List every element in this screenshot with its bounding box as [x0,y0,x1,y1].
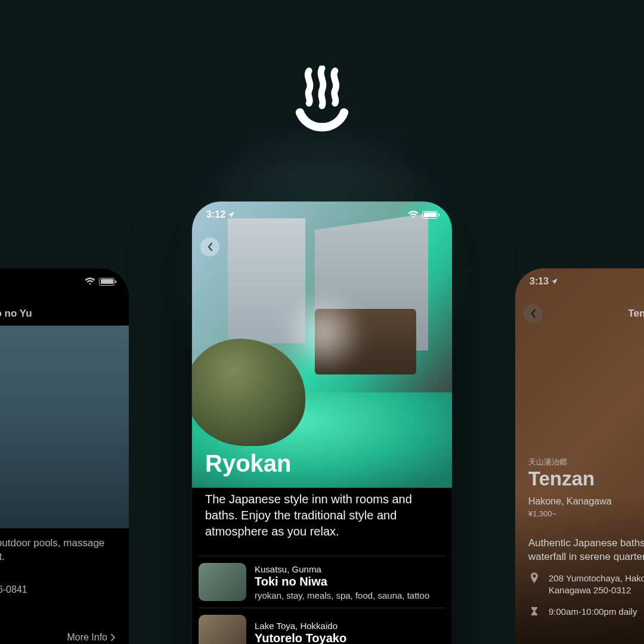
place-name-jp: 天山湯治郷 [528,457,567,467]
onsen-logo-icon [289,66,355,137]
listing-list: Kusatsu, Gunma Toki no Niwa ryokan, stay… [199,556,445,644]
place-name: Tenzan [528,467,595,490]
more-info-link[interactable]: More Info [67,632,116,643]
nav-bar: Tenzan [515,301,644,327]
wifi-icon [85,277,95,286]
battery-icon [99,278,114,286]
list-item-thumb [199,563,246,601]
location-icon [551,278,558,285]
status-bar [0,268,129,295]
list-item[interactable]: Kusatsu, Gunma Toki no Niwa ryokan, stay… [199,556,445,608]
place-description: Authentic Japanese baths with a ran pool… [528,537,644,564]
nav-bar: Yamato no Yu [0,301,129,327]
nav-title: Tenzan [628,308,644,320]
back-button[interactable] [200,237,219,256]
map-pin-icon [528,572,540,584]
phone-center: Ryokan 3:12 The Japanese style inn with … [192,202,452,644]
chevron-left-icon [530,309,536,318]
address-row: 208 Yumotochaya, Hakone, Ashiga District… [528,572,644,597]
hourglass-icon [528,606,540,618]
more-info-label: More Info [67,632,107,643]
nav-bar [192,234,452,260]
list-item-name: Toki no Niwa [255,575,429,589]
list-item-location: Kusatsu, Gunma [255,564,429,574]
battery-icon [422,211,438,219]
status-time: 3:12 [206,209,225,220]
list-item-location: Lake Toya, Hokkaido [255,621,346,631]
hours-row: 9:00am-10:00pm daily [528,606,644,618]
category-title: Ryokan [205,450,292,477]
place-address: 208 Yumotochaya, Hakone, Ashiga District… [549,572,644,597]
list-item-name: Yutorelo Toyako [255,631,346,644]
phone-right: 3:13 Tenzan 世捨て人 天山湯治郷 Tenzan Hakone, Ka… [515,268,644,644]
category-description: The Japanese style inn with rooms and ba… [205,491,439,540]
list-item-tags: ryokan, stay, meals, spa, food, sauna, t… [255,590,429,600]
place-location: Hakone, Kanagawa [528,496,612,507]
place-hours: am-10pm Daily [0,608,116,619]
nav-title: Yamato no Yu [0,308,32,320]
status-bar: 3:12 [192,202,452,228]
place-address: 30 Odake, Narita, Chiba 286-0841 [0,584,116,595]
wifi-icon [408,210,419,219]
chevron-left-icon [207,242,213,252]
chevron-right-icon [111,634,116,641]
place-hours: 9:00am-10:00pm daily [549,606,637,618]
phone-left: Yamato no Yu 大和の湯 ato no Yu bath house w… [0,268,129,644]
list-item[interactable]: Lake Toya, Hokkaido Yutorelo Toyako [199,608,445,644]
location-icon [228,211,235,218]
hero-image [0,326,129,528]
place-price: ¥1,300~ [528,509,556,518]
back-button[interactable] [524,304,543,323]
status-time: 3:13 [530,276,549,287]
list-item-thumb [199,615,246,644]
status-bar: 3:13 [515,268,644,295]
place-description: bath house with indoor & outdoor pools, … [0,537,116,564]
